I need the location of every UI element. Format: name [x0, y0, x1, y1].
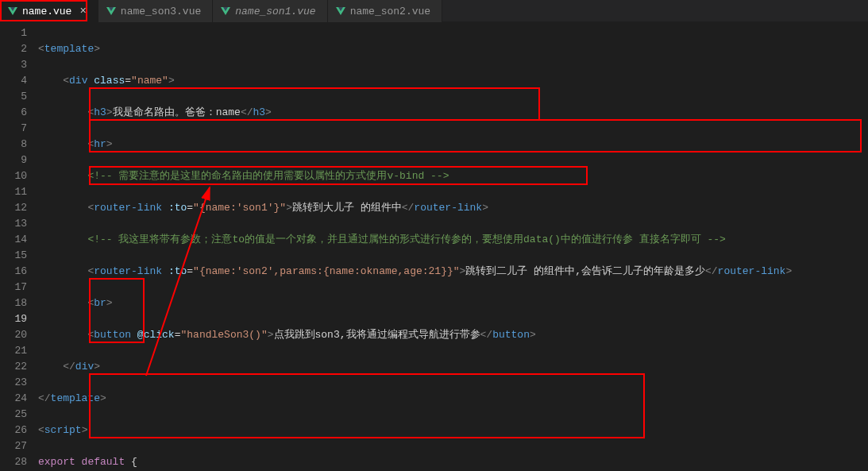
tab-name-son2[interactable]: name_son2.vue [328, 0, 442, 22]
editor-tab-bar: name.vue × name_son3.vue name_son1.vue n… [0, 0, 868, 22]
line-number: 22 [0, 359, 27, 375]
tab-label: name_son2.vue [350, 6, 430, 17]
line-number: 24 [0, 391, 27, 407]
line-number: 19 [0, 311, 27, 327]
line-number: 16 [0, 264, 27, 280]
line-number: 10 [0, 168, 27, 184]
line-number-gutter: 1234567891011121314151617181920212223242… [0, 22, 38, 471]
code-editor[interactable]: 1234567891011121314151617181920212223242… [0, 22, 868, 471]
vue-icon [221, 7, 230, 15]
tab-label: name.vue [22, 6, 71, 17]
vue-icon [336, 7, 345, 15]
line-number: 5 [0, 89, 27, 105]
line-number: 13 [0, 216, 27, 232]
vue-icon [8, 7, 17, 15]
code-area[interactable]: <template> <div class="name"> <h3>我是命名路由… [38, 22, 868, 471]
line-number: 28 [0, 454, 27, 470]
tab-name-vue[interactable]: name.vue × [0, 0, 98, 22]
line-number: 2 [0, 41, 27, 57]
line-number: 27 [0, 438, 27, 454]
line-number: 8 [0, 137, 27, 152]
line-number: 26 [0, 423, 27, 438]
close-icon[interactable]: × [79, 5, 86, 17]
line-number: 25 [0, 407, 27, 423]
line-number: 23 [0, 375, 27, 391]
line-number: 7 [0, 121, 27, 137]
line-number: 14 [0, 232, 27, 248]
line-number: 11 [0, 184, 27, 200]
line-number: 1 [0, 25, 27, 41]
line-number: 17 [0, 280, 27, 295]
line-number: 15 [0, 248, 27, 264]
line-number: 3 [0, 57, 27, 73]
line-number: 18 [0, 295, 27, 311]
line-number: 9 [0, 152, 27, 168]
line-number: 20 [0, 327, 27, 343]
tab-label: name_son1.vue [235, 6, 315, 17]
tab-name-son3[interactable]: name_son3.vue [98, 0, 213, 22]
line-number: 12 [0, 200, 27, 216]
tab-label: name_son3.vue [121, 6, 201, 17]
line-number: 4 [0, 73, 27, 89]
line-number: 21 [0, 343, 27, 359]
tab-name-son1[interactable]: name_son1.vue [213, 0, 327, 22]
line-number: 6 [0, 105, 27, 121]
vue-icon [106, 7, 116, 15]
